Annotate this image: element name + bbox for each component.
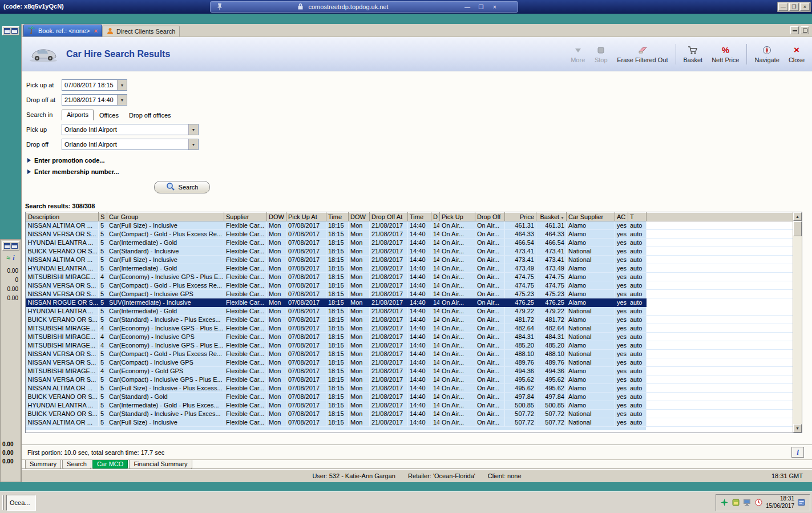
table-row[interactable]: NISSAN VERSA OR S...5Car(Compact) - Incl… <box>26 375 794 384</box>
basket-button[interactable]: Basket <box>682 44 705 64</box>
nett-price-button[interactable]: % Nett Price <box>710 44 741 64</box>
column-header-description[interactable]: Description <box>26 213 99 221</box>
erase-filtered-out-button[interactable]: Erase Filtered Out <box>615 44 669 64</box>
navigate-button[interactable]: Navigate <box>753 44 781 64</box>
table-row[interactable]: MITSUBISHI MIRAGE...4Car(Economy) - Incl… <box>26 333 794 341</box>
tab-direct-clients-search[interactable]: Direct Clients Search <box>102 26 180 37</box>
restore-panel-icon[interactable] <box>4 28 10 34</box>
table-row[interactable]: HYUNDAI ELANTRA ...5Car(Intermediate) - … <box>26 307 794 316</box>
rdp-restore-button[interactable]: ❐ <box>476 4 486 10</box>
search-in-offices-tab[interactable]: Offices <box>95 111 123 120</box>
column-header-t[interactable]: T <box>628 213 647 221</box>
search-in-drop-off-offices-tab[interactable]: Drop off offices <box>124 111 176 120</box>
column-header-price[interactable]: Price <box>505 213 536 221</box>
tray-input-language-icon[interactable] <box>797 498 806 507</box>
scroll-down-icon[interactable]: ▼ <box>793 424 802 433</box>
column-header-car-group[interactable]: Car Group <box>107 213 224 221</box>
table-row[interactable]: NISSAN VERSA OR S...5Car(Compact) - Incl… <box>26 290 794 298</box>
pane-maximize-icon[interactable] <box>801 26 809 34</box>
column-header-basket[interactable]: Basket▼ <box>536 213 567 221</box>
column-header-drop-off-at[interactable]: Drop Off At <box>370 213 408 221</box>
table-row[interactable]: BUICK VERANO OR S...5Car(Standard) - Gol… <box>26 393 794 401</box>
column-header-dow[interactable]: DOW <box>267 213 286 221</box>
cell-car-supplier: Alamo <box>567 221 615 230</box>
taskbar-app-button[interactable]: Ocea... <box>6 495 36 511</box>
search-button[interactable]: Search <box>154 181 210 193</box>
table-row[interactable]: NISSAN VERSA OR S...5Car(Compact) - Gold… <box>26 350 794 358</box>
pane-minimize-icon[interactable] <box>790 26 799 34</box>
column-header-pick-up-at[interactable]: Pick Up At <box>286 213 326 221</box>
rdp-minimize-button[interactable]: — <box>463 4 472 10</box>
table-row[interactable]: BUICK VERANO OR S...5Car(Standard) - Inc… <box>26 247 794 256</box>
pick-up-at-combobox[interactable]: 07/08/2017 18:15 ▼ <box>62 79 127 91</box>
tab-booking-ref[interactable]: Book. ref.: <none> × <box>23 25 102 37</box>
tab-summary[interactable]: Summary <box>25 460 61 469</box>
tray-display-icon[interactable] <box>743 498 752 507</box>
table-row[interactable]: HYUNDAI ELANTRA ...5Car(Intermediate) - … <box>26 401 794 410</box>
table-row[interactable]: MITSUBISHI MIRAGE...4Car(Economy) - Incl… <box>26 273 794 281</box>
cell-time: 14:40 <box>408 264 431 273</box>
close-button[interactable]: × Close <box>787 44 806 64</box>
drop-off-combobox[interactable]: Orlando Intl Airport ▼ <box>62 139 199 150</box>
promotion-code-expander[interactable]: Enter promotion code... <box>27 157 812 164</box>
search-in-airports-tab[interactable]: Airports <box>62 110 94 120</box>
tab-car-mco[interactable]: Car MCO <box>92 460 128 469</box>
dropdown-arrow-icon[interactable]: ▼ <box>117 80 127 90</box>
screen: (code: x8q5v1yQcN) comostreetrdp.topdog.… <box>0 0 812 513</box>
expand-panel-icon[interactable] <box>11 28 18 34</box>
dropdown-arrow-icon[interactable]: ▼ <box>188 124 198 135</box>
scroll-up-icon[interactable]: ▲ <box>793 212 802 221</box>
tab-search[interactable]: Search <box>62 460 91 469</box>
table-row[interactable]: HYUNDAI ELANTRA ...5Car(Intermediate) - … <box>26 239 794 247</box>
scrollbar-thumb[interactable] <box>793 221 802 236</box>
table-row[interactable]: NISSAN ALTIMA OR ...5Car(Full Size) - In… <box>26 221 794 230</box>
tray-network-icon[interactable] <box>720 498 729 507</box>
table-row[interactable]: NISSAN VERSA OR S...5Car(Compact) - Incl… <box>26 358 794 367</box>
close-window-button[interactable]: × <box>800 3 810 11</box>
column-header-dow[interactable]: DOW <box>349 213 370 221</box>
column-header-ac[interactable]: AC <box>615 213 628 221</box>
restore-panel-icon[interactable] <box>4 243 10 249</box>
membership-number-expander[interactable]: Enter membership number... <box>27 168 812 175</box>
rdp-close-button[interactable]: × <box>490 4 499 10</box>
pick-up-combobox[interactable]: Orlando Intl Airport ▼ <box>62 124 199 135</box>
vertical-scrollbar[interactable]: ▲ ▼ <box>793 212 802 433</box>
column-header-s[interactable]: S <box>99 213 107 221</box>
column-header-drop-off[interactable]: Drop Off <box>475 213 505 221</box>
column-header-d[interactable]: D <box>431 213 440 221</box>
expand-panel-icon[interactable] <box>11 243 18 249</box>
table-row[interactable]: NISSAN VERSA OR S...5Car(Compact) - Gold… <box>26 281 794 290</box>
tray-clock[interactable]: 18:31 15/06/2017 <box>766 495 794 510</box>
column-header-car-supplier[interactable]: Car Supplier <box>567 213 615 221</box>
info-button[interactable]: i <box>791 447 804 458</box>
drop-off-at-combobox[interactable]: 21/08/2017 14:40 ▼ <box>62 94 127 106</box>
table-row[interactable]: MITSUBISHI MIRAGE...4Car(Economy) - Incl… <box>26 341 794 350</box>
column-header-supplier[interactable]: Supplier <box>224 213 267 221</box>
table-row[interactable]: HYUNDAI ELANTRA ...5Car(Intermediate) - … <box>26 264 794 273</box>
table-row[interactable]: NISSAN ALTIMA OR ...5Car(Full Size) - In… <box>26 384 794 393</box>
restore-button[interactable]: ❐ <box>789 3 799 11</box>
tray-clock-alert-icon[interactable] <box>754 498 763 507</box>
dropdown-arrow-icon[interactable]: ▼ <box>188 139 198 150</box>
table-row[interactable]: NISSAN ALTIMA OR ...5Car(Full Size) - In… <box>26 418 794 427</box>
table-row[interactable]: NISSAN ROGUE OR S...5SUV(Intermediate) -… <box>26 298 794 307</box>
tab-close-icon[interactable]: × <box>94 27 98 34</box>
info-icon[interactable]: i <box>13 254 14 262</box>
table-row[interactable]: NISSAN ALTIMA OR ...5Car(Full Size) - In… <box>26 256 794 264</box>
table-row[interactable]: BUICK VERANO OR S...5Car(Standard) - Inc… <box>26 316 794 324</box>
tray-app-icon[interactable] <box>732 498 740 507</box>
table-row[interactable]: NISSAN VERSA OR S...5Car(Compact) - Gold… <box>26 230 794 239</box>
wave-icon[interactable]: ≈ <box>7 254 11 262</box>
table-row[interactable]: BUICK VERANO OR S...5Car(Standard) - Inc… <box>26 410 794 418</box>
tab-financial-summary[interactable]: Financial Summary <box>129 460 192 469</box>
table-row[interactable]: MITSUBISHI MIRAGE...4Car(Economy) - Gold… <box>26 367 794 375</box>
column-header-time[interactable]: Time <box>408 213 431 221</box>
cell-basket: 473.41 <box>536 256 567 264</box>
pin-icon[interactable] <box>216 3 223 11</box>
table-row[interactable]: MITSUBISHI MIRAGE...4Car(Economy) - Incl… <box>26 324 794 333</box>
column-header-pick-up[interactable]: Pick Up <box>440 213 475 221</box>
column-header-time[interactable]: Time <box>326 213 349 221</box>
cell-t: auto <box>628 264 647 273</box>
dropdown-arrow-icon[interactable]: ▼ <box>117 95 127 105</box>
minimize-button[interactable]: — <box>778 3 788 11</box>
